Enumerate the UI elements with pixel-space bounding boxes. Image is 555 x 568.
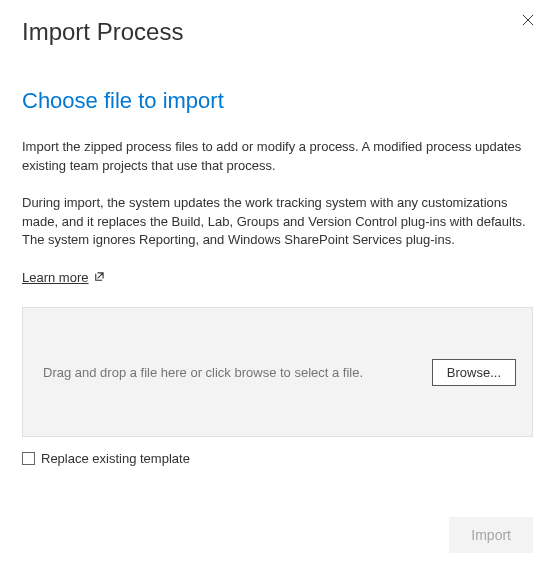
close-icon <box>522 14 534 26</box>
description-1: Import the zipped process files to add o… <box>22 138 533 176</box>
replace-template-label[interactable]: Replace existing template <box>41 451 190 466</box>
learn-more-link[interactable]: Learn more <box>22 270 104 285</box>
file-drop-zone[interactable]: Drag and drop a file here or click brows… <box>22 307 533 437</box>
replace-template-checkbox[interactable] <box>22 452 35 465</box>
drop-zone-prompt: Drag and drop a file here or click brows… <box>43 365 363 380</box>
browse-button[interactable]: Browse... <box>432 359 516 386</box>
section-subtitle: Choose file to import <box>22 88 533 114</box>
import-button[interactable]: Import <box>449 517 533 553</box>
page-title: Import Process <box>22 18 533 46</box>
close-button[interactable] <box>516 8 540 32</box>
description-2: During import, the system updates the wo… <box>22 194 533 251</box>
external-link-icon <box>93 272 104 283</box>
learn-more-label: Learn more <box>22 270 88 285</box>
